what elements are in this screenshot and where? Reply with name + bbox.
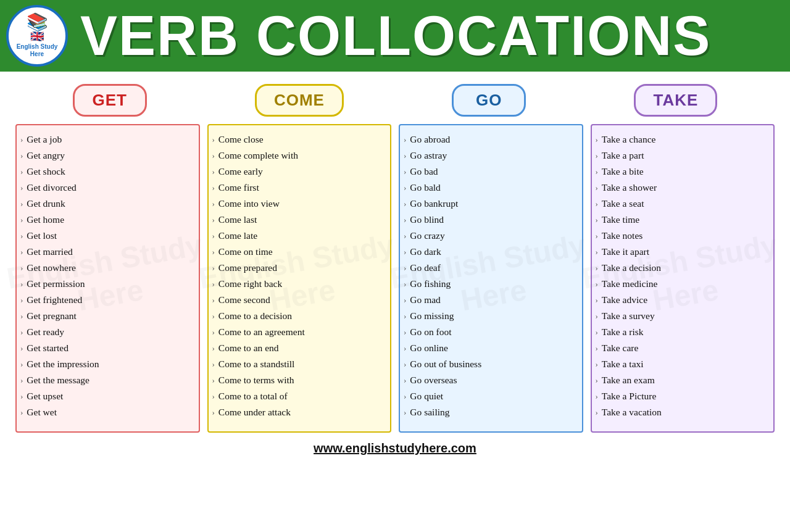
list-item: ›Get started xyxy=(20,340,194,356)
list-item: ›Get pregnant xyxy=(20,308,194,324)
list-item: ›Get upset xyxy=(20,388,194,404)
list-item: ›Go overseas xyxy=(404,372,577,388)
arrow-icon: › xyxy=(212,149,215,162)
arrow-icon: › xyxy=(596,358,598,370)
list-item: ›Take a chance xyxy=(596,131,769,148)
list-item: ›Come to a standstill xyxy=(212,356,386,372)
arrow-icon: › xyxy=(404,197,406,210)
arrow-icon: › xyxy=(20,133,23,146)
list-item: ›Go abroad xyxy=(404,131,577,148)
list-item: ›Get wet xyxy=(20,404,194,420)
list-item: ›Get lost xyxy=(20,228,194,244)
list-item: ›Go out of business xyxy=(404,356,577,372)
arrow-icon: › xyxy=(20,262,23,274)
list-item: ›Take a bite xyxy=(596,164,769,180)
list-item: ›Take a survey xyxy=(596,308,769,324)
arrow-icon: › xyxy=(212,246,215,258)
header-get: GET xyxy=(73,84,147,117)
column-get: English StudyHere ›Get a job ›Get angry … xyxy=(15,124,200,433)
arrow-icon: › xyxy=(212,294,215,306)
arrow-icon: › xyxy=(20,230,23,242)
list-item: ›Come on time xyxy=(212,244,386,260)
list-item: ›Get a job xyxy=(20,131,194,148)
arrow-icon: › xyxy=(20,342,23,354)
list-item: ›Come second xyxy=(212,292,386,308)
list-item: ›Go deaf xyxy=(404,260,577,276)
list-item: ›Come complete with xyxy=(212,148,386,164)
arrow-icon: › xyxy=(20,310,23,322)
list-item: ›Come to a decision xyxy=(212,308,386,324)
header: 📚 🇬🇧 English Study Here VERB COLLOCATION… xyxy=(0,0,790,72)
list-item: ›Go bankrupt xyxy=(404,196,577,212)
list-item: ›Go on foot xyxy=(404,324,577,340)
arrow-icon: › xyxy=(20,390,23,402)
column-headers: GET COME GO TAKE xyxy=(15,84,775,117)
arrow-icon: › xyxy=(404,262,406,274)
arrow-icon: › xyxy=(596,149,598,162)
header-go: GO xyxy=(452,84,526,117)
arrow-icon: › xyxy=(20,246,23,258)
arrow-icon: › xyxy=(404,214,406,226)
list-item: ›Take a seat xyxy=(596,196,769,212)
arrow-icon: › xyxy=(596,294,598,306)
arrow-icon: › xyxy=(404,326,406,338)
arrow-icon: › xyxy=(212,133,215,146)
page-title: VERB COLLOCATIONS xyxy=(80,8,711,64)
list-item: ›Get frightened xyxy=(20,292,194,308)
list-item: ›Go dark xyxy=(404,244,577,260)
list-item: ›Take a risk xyxy=(596,324,769,340)
arrow-icon: › xyxy=(596,230,598,242)
list-item: ›Take notes xyxy=(596,228,769,244)
list-item: ›Come into view xyxy=(212,196,386,212)
arrow-icon: › xyxy=(20,149,23,162)
list-item: ›Come under attack xyxy=(212,404,386,420)
list-item: ›Get home xyxy=(20,212,194,228)
arrow-icon: › xyxy=(212,358,215,370)
list-item: ›Come right back xyxy=(212,276,386,292)
list-item: ›Take a decision xyxy=(596,260,769,276)
list-item: ›Go mad xyxy=(404,292,577,308)
list-item: ›Take a Picture xyxy=(596,388,769,404)
arrow-icon: › xyxy=(596,133,598,146)
arrow-icon: › xyxy=(596,390,598,402)
arrow-icon: › xyxy=(596,310,598,322)
arrow-icon: › xyxy=(20,278,23,290)
arrow-icon: › xyxy=(596,165,598,178)
list-item: ›Take a part xyxy=(596,148,769,164)
main-content: GET COME GO TAKE English StudyHere ›Get … xyxy=(0,72,790,468)
arrow-icon: › xyxy=(212,310,215,322)
arrow-icon: › xyxy=(212,406,215,418)
arrow-icon: › xyxy=(596,262,598,274)
arrow-icon: › xyxy=(404,390,406,402)
arrow-icon: › xyxy=(20,214,23,226)
arrow-icon: › xyxy=(212,278,215,290)
arrow-icon: › xyxy=(20,165,23,178)
list-item: ›Get shock xyxy=(20,164,194,180)
header-take: TAKE xyxy=(634,84,717,117)
list-item: ›Get angry xyxy=(20,148,194,164)
arrow-icon: › xyxy=(20,181,23,194)
arrow-icon: › xyxy=(20,197,23,210)
list-item: ›Get ready xyxy=(20,324,194,340)
list-item: ›Come to terms with xyxy=(212,372,386,388)
list-item: ›Go fishing xyxy=(404,276,577,292)
list-item: ›Get permission xyxy=(20,276,194,292)
arrow-icon: › xyxy=(404,230,406,242)
arrow-icon: › xyxy=(596,374,598,386)
list-item: ›Come to an agreement xyxy=(212,324,386,340)
list-item: ›Take it apart xyxy=(596,244,769,260)
logo-book-icon: 📚 xyxy=(27,14,48,31)
arrow-icon: › xyxy=(212,165,215,178)
arrow-icon: › xyxy=(596,406,598,418)
arrow-icon: › xyxy=(20,326,23,338)
arrow-icon: › xyxy=(596,214,598,226)
arrow-icon: › xyxy=(404,149,406,162)
columns-grid: English StudyHere ›Get a job ›Get angry … xyxy=(15,124,775,433)
list-item: ›Get nowhere xyxy=(20,260,194,276)
list-item: ›Take a vacation xyxy=(596,404,769,420)
arrow-icon: › xyxy=(20,358,23,370)
list-item: ›Come first xyxy=(212,180,386,196)
arrow-icon: › xyxy=(404,358,406,370)
arrow-icon: › xyxy=(20,294,23,306)
list-item: ›Come late xyxy=(212,228,386,244)
